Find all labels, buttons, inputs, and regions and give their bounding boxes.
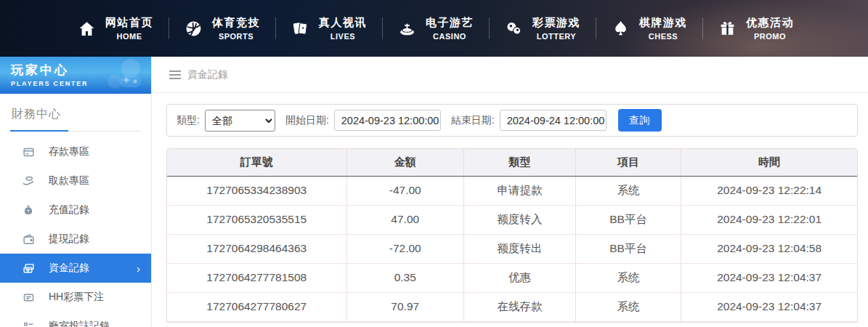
item-cell: 系统 <box>575 292 681 321</box>
time-cell: 2024-09-23 12:04:58 <box>681 234 857 263</box>
item-cell: 系统 <box>575 263 681 292</box>
type-cell: 优惠 <box>464 263 576 292</box>
type-label: 類型: <box>177 114 200 127</box>
nav-label-zh: 优惠活动 <box>746 16 794 30</box>
table-header-row: 訂單號金額類型項目時間 <box>167 149 857 176</box>
nav-label-zh: 棋牌游戏 <box>639 16 687 30</box>
page: 网站首页HOME体育竞技SPORTS真人视讯LIVES电子游艺CASINO彩票游… <box>0 0 868 327</box>
sidebar-item-label: 充值記錄 <box>49 203 89 217</box>
top-nav: 网站首页HOME体育竞技SPORTS真人视讯LIVES电子游艺CASINO彩票游… <box>0 0 868 57</box>
nav-label-en: CHESS <box>649 32 678 41</box>
column-header-amount: 金額 <box>346 149 464 176</box>
nav-label-en: SPORTS <box>219 32 253 41</box>
nav-item-labels: 优惠活动PROMO <box>746 16 794 41</box>
nav-item-promo[interactable]: 优惠活动PROMO <box>703 16 809 41</box>
column-header-time: 時間 <box>681 149 857 176</box>
type-cell: 在线存款 <box>464 292 576 321</box>
hamburger-icon[interactable] <box>169 70 181 72</box>
query-button[interactable]: 查詢 <box>618 109 662 132</box>
nav-item-chess[interactable]: 棋牌游戏CHESS <box>596 16 702 41</box>
sidebar-item-withdrawal-records[interactable]: 提現記錄 <box>0 225 151 254</box>
column-header-item: 項目 <box>575 149 681 176</box>
type-select[interactable]: 全部 <box>205 110 275 132</box>
column-header-type: 類型 <box>464 149 576 176</box>
nav-item-labels: 棋牌游戏CHESS <box>639 16 687 41</box>
order-number-cell: 1727065320535515 <box>167 205 346 234</box>
start-date-label: 開始日期: <box>285 114 329 127</box>
sidebar: 玩家中心 PLAYERS CENTER 財務中心 存款專區取款專區充值記錄提現記… <box>0 57 152 327</box>
list-icon <box>22 320 35 327</box>
nav-item-home[interactable]: 网站首页HOME <box>62 16 169 41</box>
nav-item-labels: 彩票游戏LOTTERY <box>532 16 580 41</box>
time-cell: 2024-09-23 12:22:14 <box>681 176 857 205</box>
table-row: 1727064298464363-72.00额度转出BB平台2024-09-23… <box>167 234 857 263</box>
amount-cell: 70.97 <box>346 292 464 321</box>
table-row: 17270642777815080.35优惠系统2024-09-23 12:04… <box>167 263 857 292</box>
nav-item-lives[interactable]: 真人视讯LIVES <box>276 16 382 41</box>
funds-table-wrap: 訂單號金額類型項目時間 1727065334238903-47.00申请提款系统… <box>166 148 858 323</box>
table-row: 1727065334238903-47.00申请提款系统2024-09-23 1… <box>167 176 857 205</box>
players-center-banner: 玩家中心 PLAYERS CENTER <box>0 57 151 94</box>
start-date-input[interactable] <box>334 110 441 131</box>
end-date-input[interactable] <box>500 110 607 131</box>
chevron-right-icon: › <box>137 263 140 274</box>
type-cell: 额度转入 <box>464 205 576 234</box>
nav-label-zh: 电子游艺 <box>426 16 474 30</box>
filter-bar: 類型: 全部 開始日期: 結束日期: 查詢 <box>166 104 858 137</box>
sidebar-item-label: 提現記錄 <box>49 233 89 246</box>
time-cell: 2024-09-23 12:04:37 <box>681 263 857 292</box>
nav-item-labels: 电子游艺CASINO <box>426 16 474 41</box>
item-cell: BB平台 <box>575 234 681 263</box>
sidebar-item-recharge-records[interactable]: 充值記錄 <box>0 195 151 225</box>
nav-item-labels: 网站首页HOME <box>105 16 153 41</box>
order-number-cell: 1727064277780627 <box>167 292 346 321</box>
sidebar-item-label: 存款專區 <box>49 145 89 158</box>
gift-icon <box>718 20 737 38</box>
nav-item-lottery[interactable]: 彩票游戏LOTTERY <box>490 16 596 41</box>
hand-money-icon <box>22 174 35 187</box>
lottery-balls-icon <box>505 20 523 38</box>
sidebar-item-label: 取款專區 <box>49 174 89 187</box>
nav-label-en: LIVES <box>330 32 355 41</box>
sidebar-item-withdraw-zone[interactable]: 取款專區 <box>0 166 151 195</box>
type-cell: 额度转出 <box>464 234 576 263</box>
nav-item-casino[interactable]: 电子游艺CASINO <box>383 16 489 41</box>
money-bag-icon <box>22 204 35 216</box>
main-content: 資金記錄 類型: 全部 開始日期: 結束日期: 查詢 訂單號金額類型項 <box>153 57 868 327</box>
home-icon <box>78 20 96 38</box>
order-number-cell: 1727064298464363 <box>167 234 346 263</box>
roulette-icon <box>398 20 416 38</box>
table-row: 172706427778062770.97在线存款系统2024-09-23 12… <box>167 292 857 321</box>
top-nav-items: 网站首页HOME体育竞技SPORTS真人视讯LIVES电子游艺CASINO彩票游… <box>62 16 809 41</box>
gamepad-decoration-icon <box>90 58 147 93</box>
sidebar-item-funds-records[interactable]: 資金記錄› <box>0 254 151 283</box>
playing-cards-icon <box>291 20 309 38</box>
wallet-icon <box>22 233 35 246</box>
item-cell: 系统 <box>575 176 681 205</box>
nav-label-zh: 体育竞技 <box>212 16 260 30</box>
sidebar-item-label: 廳室投註記錄 <box>49 320 110 327</box>
time-cell: 2024-09-23 12:04:37 <box>681 292 857 321</box>
table-row: 172706532053551547.00额度转入BB平台2024-09-23 … <box>167 205 857 234</box>
end-date-label: 結束日期: <box>451 114 495 127</box>
amount-cell: -47.00 <box>346 176 464 205</box>
nav-label-en: CASINO <box>433 32 466 41</box>
order-number-cell: 1727065334238903 <box>167 176 346 205</box>
nav-label-en: HOME <box>117 32 142 41</box>
sidebar-item-room-bet-records[interactable]: 廳室投註記錄 <box>0 312 151 327</box>
breadcrumb: 資金記錄 <box>153 57 868 93</box>
sidebar-item-hh-lottery-bets[interactable]: HH彩票下注 <box>0 283 151 312</box>
banknotes-icon <box>22 262 35 275</box>
amount-cell: -72.00 <box>346 234 464 263</box>
sidebar-section-finance-center: 財務中心 <box>10 104 141 132</box>
time-cell: 2024-09-23 12:22:01 <box>681 205 857 234</box>
sidebar-item-deposit-zone[interactable]: 存款專區 <box>0 137 151 166</box>
type-cell: 申请提款 <box>464 176 576 205</box>
item-cell: BB平台 <box>575 205 681 234</box>
amount-cell: 47.00 <box>346 205 464 234</box>
nav-label-en: PROMO <box>754 32 786 41</box>
sidebar-menu: 存款專區取款專區充值記錄提現記錄資金記錄›HH彩票下注廳室投註記錄 <box>0 137 151 327</box>
nav-item-labels: 真人视讯LIVES <box>319 16 367 41</box>
nav-item-sports[interactable]: 体育竞技SPORTS <box>169 16 275 41</box>
sports-ball-icon <box>184 20 203 38</box>
